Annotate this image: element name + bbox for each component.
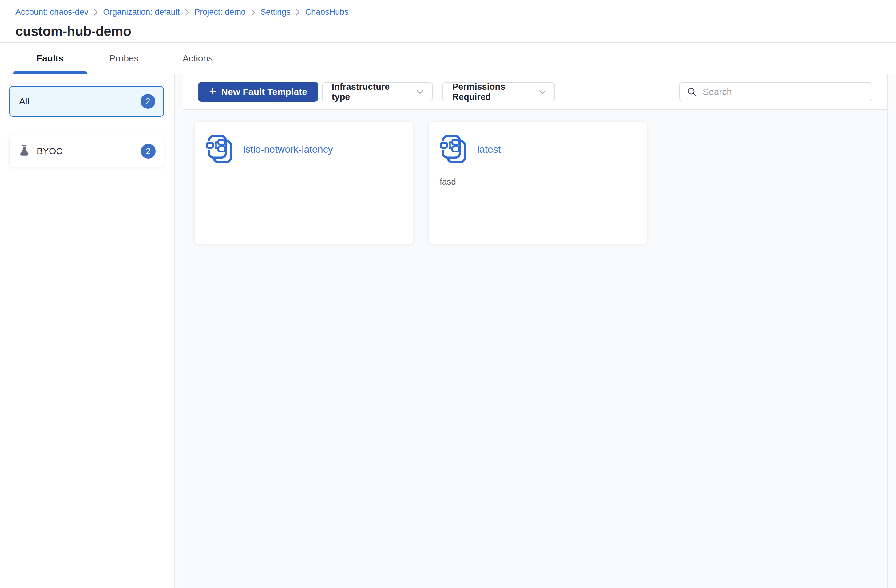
chevron-right-icon bbox=[251, 9, 256, 16]
fault-card-istio-network-latency[interactable]: istio-network-latency bbox=[194, 122, 414, 244]
fault-cards-area: istio-network-latency bbox=[183, 110, 887, 588]
breadcrumb-organization[interactable]: Organization: default bbox=[103, 8, 180, 17]
fault-card-description bbox=[206, 177, 402, 187]
content-column: + New Fault Template Infrastructure type… bbox=[183, 74, 887, 588]
chevron-right-icon bbox=[184, 9, 189, 16]
breadcrumb: Account: chaos-dev Organization: default… bbox=[15, 8, 896, 17]
chevron-right-icon bbox=[93, 9, 98, 16]
search-icon bbox=[687, 87, 697, 97]
page-title: custom-hub-demo bbox=[15, 24, 896, 39]
count-badge: 2 bbox=[141, 144, 155, 158]
permissions-required-dropdown[interactable]: Permissions Required bbox=[442, 82, 555, 101]
tab-faults[interactable]: Faults bbox=[13, 43, 87, 74]
chaoshub-page: Account: chaos-dev Organization: default… bbox=[0, 0, 896, 588]
sidebar-scrollbar-gutter[interactable] bbox=[175, 74, 183, 588]
count-badge: 2 bbox=[140, 94, 155, 109]
fault-card-head: latest bbox=[440, 134, 636, 165]
page-scrollbar-gutter[interactable] bbox=[887, 74, 896, 588]
search-input[interactable] bbox=[702, 87, 865, 97]
breadcrumb-account[interactable]: Account: chaos-dev bbox=[15, 8, 88, 17]
breadcrumb-chaoshubs[interactable]: ChaosHubs bbox=[305, 8, 348, 17]
fault-card-head: istio-network-latency bbox=[206, 134, 402, 165]
sidebar-item-label: All bbox=[19, 96, 29, 106]
breadcrumb-settings[interactable]: Settings bbox=[261, 8, 291, 17]
tab-actions[interactable]: Actions bbox=[161, 43, 235, 74]
flask-icon bbox=[19, 145, 30, 158]
sidebar-item-byoc[interactable]: BYOC 2 bbox=[9, 135, 164, 167]
fault-template-icon bbox=[206, 134, 235, 165]
tab-probes[interactable]: Probes bbox=[87, 43, 161, 74]
tab-bar: Faults Probes Actions bbox=[0, 43, 896, 74]
permissions-required-label: Permissions Required bbox=[452, 82, 527, 102]
breadcrumb-project[interactable]: Project: demo bbox=[194, 8, 246, 17]
infrastructure-type-dropdown[interactable]: Infrastructure type bbox=[322, 82, 433, 101]
new-fault-template-button[interactable]: + New Fault Template bbox=[198, 82, 318, 102]
faults-toolbar: + New Fault Template Infrastructure type… bbox=[183, 74, 887, 110]
fault-template-icon bbox=[440, 134, 469, 165]
main-row: All 2 BYOC 2 + New Fault Templa bbox=[0, 74, 896, 588]
sidebar-item-all[interactable]: All 2 bbox=[9, 86, 164, 117]
page-header: Account: chaos-dev Organization: default… bbox=[0, 0, 896, 43]
fault-card-description: fasd bbox=[440, 177, 636, 187]
fault-card-latest[interactable]: latest fasd bbox=[428, 122, 648, 244]
fault-card-title[interactable]: latest bbox=[477, 144, 501, 155]
plus-icon: + bbox=[209, 85, 216, 97]
search-box bbox=[679, 82, 872, 101]
infrastructure-type-label: Infrastructure type bbox=[332, 82, 405, 102]
category-sidebar: All 2 BYOC 2 bbox=[0, 74, 175, 588]
fault-card-title[interactable]: istio-network-latency bbox=[243, 144, 333, 155]
chevron-down-icon bbox=[415, 87, 425, 96]
new-fault-template-label: New Fault Template bbox=[221, 87, 307, 97]
chevron-down-icon bbox=[538, 87, 547, 96]
chevron-right-icon bbox=[295, 9, 300, 16]
sidebar-item-label: BYOC bbox=[37, 146, 63, 156]
